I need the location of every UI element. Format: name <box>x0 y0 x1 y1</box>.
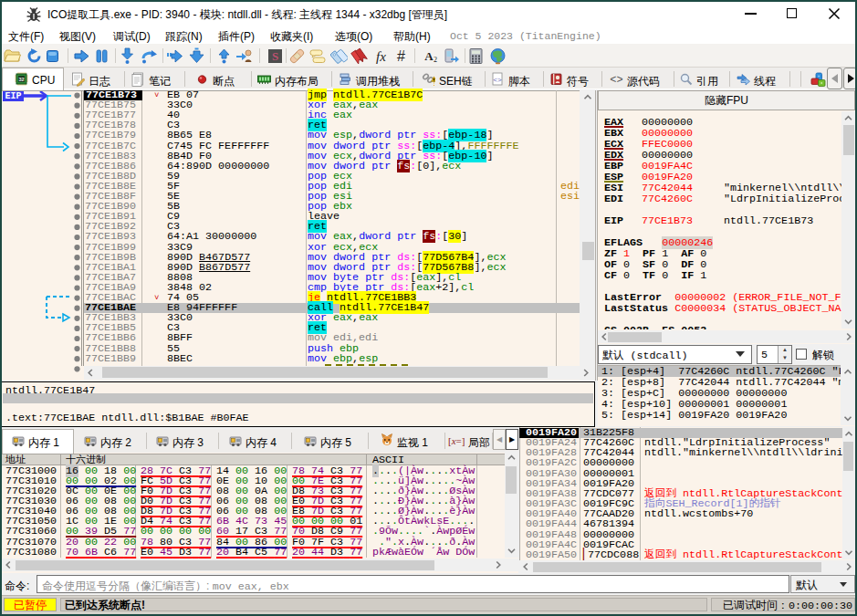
svg-text:2: 2 <box>434 56 437 64</box>
svg-text:S: S <box>272 49 278 63</box>
svg-text:32: 32 <box>19 77 25 82</box>
svg-text:fx: fx <box>376 49 386 64</box>
svg-text:<>: <> <box>493 76 502 84</box>
svg-text:#: # <box>397 48 405 64</box>
svg-text:<>: <> <box>610 74 622 87</box>
svg-text:A: A <box>424 49 434 63</box>
